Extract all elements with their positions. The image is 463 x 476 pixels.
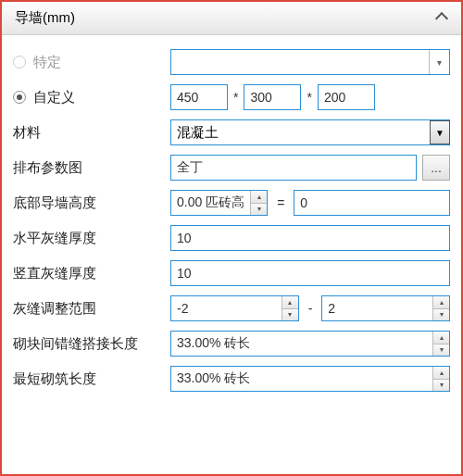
label-pattern: 排布参数图 <box>13 159 170 177</box>
row-material: 材料 混凝土 ▼ <box>13 119 450 146</box>
panel-body: 特定 ▾ 自定义 450 * 300 * 200 材料 <box>2 35 461 404</box>
row-horiz-joint: 水平灰缝厚度 10 <box>13 224 450 252</box>
dim-d-input[interactable]: 200 <box>318 84 375 110</box>
spinner-buttons[interactable]: ▴▾ <box>282 296 298 320</box>
dropdown-icon[interactable]: ▼ <box>430 120 450 144</box>
dim-h-input[interactable]: 300 <box>244 84 301 110</box>
pattern-browse-button[interactable]: ... <box>422 155 450 181</box>
label-vert-joint: 竖直灰缝厚度 <box>13 265 170 282</box>
range-dash: - <box>305 301 317 316</box>
dropdown-icon[interactable]: ▾ <box>429 50 449 74</box>
label-joint-range: 灰缝调整范围 <box>13 300 170 318</box>
material-combo[interactable]: 混凝土 ▼ <box>170 119 450 145</box>
joint-range-low-spinner[interactable]: -2 ▴▾ <box>170 295 299 321</box>
label-bottom-height: 底部导墙高度 <box>13 194 170 212</box>
label-specific[interactable]: 特定 <box>13 54 170 71</box>
row-mode-custom: 自定义 450 * 300 * 200 <box>13 83 450 111</box>
times-icon: * <box>307 90 311 105</box>
times-icon: * <box>233 90 238 105</box>
panel-header[interactable]: 导墙(mm) <box>2 2 461 35</box>
pattern-input[interactable]: 全丁 <box>170 155 417 181</box>
specific-dropdown[interactable]: ▾ <box>170 49 450 75</box>
label-overlap: 砌块间错缝搭接长度 <box>13 335 170 353</box>
row-pattern: 排布参数图 全丁 ... <box>13 154 450 182</box>
spinner-buttons[interactable]: ▴▾ <box>250 191 267 215</box>
bottom-height-extra-input[interactable]: 0 <box>294 190 450 216</box>
joint-range-high-spinner[interactable]: 2 ▴▾ <box>321 295 450 321</box>
row-bottom-height: 底部导墙高度 0.00 匹砖高 ▴▾ = 0 <box>13 189 450 217</box>
panel-frame: 导墙(mm) 特定 ▾ 自定义 450 * 300 <box>0 0 463 476</box>
row-joint-range: 灰缝调整范围 -2 ▴▾ - 2 ▴▾ <box>13 294 450 322</box>
radio-custom[interactable] <box>13 91 26 104</box>
spinner-buttons[interactable]: ▴▾ <box>432 367 449 391</box>
label-horiz-joint: 水平灰缝厚度 <box>13 230 170 247</box>
vert-joint-input[interactable]: 10 <box>170 260 450 286</box>
label-custom[interactable]: 自定义 <box>13 89 170 106</box>
spinner-buttons[interactable]: ▴▾ <box>432 332 449 356</box>
collapse-icon[interactable] <box>435 12 448 25</box>
horiz-joint-input[interactable]: 10 <box>170 225 450 251</box>
equals-sign: = <box>273 195 288 210</box>
label-min-len: 最短砌筑长度 <box>13 370 170 388</box>
radio-specific[interactable] <box>13 56 26 69</box>
overlap-spinner[interactable]: 33.00% 砖长 ▴▾ <box>170 331 450 357</box>
min-len-spinner[interactable]: 33.00% 砖长 ▴▾ <box>170 366 450 392</box>
panel-title: 导墙(mm) <box>15 9 75 27</box>
dim-w-input[interactable]: 450 <box>170 84 228 110</box>
row-vert-joint: 竖直灰缝厚度 10 <box>13 259 450 287</box>
row-min-len: 最短砌筑长度 33.00% 砖长 ▴▾ <box>13 365 450 393</box>
row-mode-specific: 特定 ▾ <box>13 48 450 76</box>
row-overlap: 砌块间错缝搭接长度 33.00% 砖长 ▴▾ <box>13 330 450 357</box>
bottom-height-spinner[interactable]: 0.00 匹砖高 ▴▾ <box>170 190 268 216</box>
spinner-buttons[interactable]: ▴▾ <box>432 296 449 320</box>
label-material: 材料 <box>13 124 170 142</box>
